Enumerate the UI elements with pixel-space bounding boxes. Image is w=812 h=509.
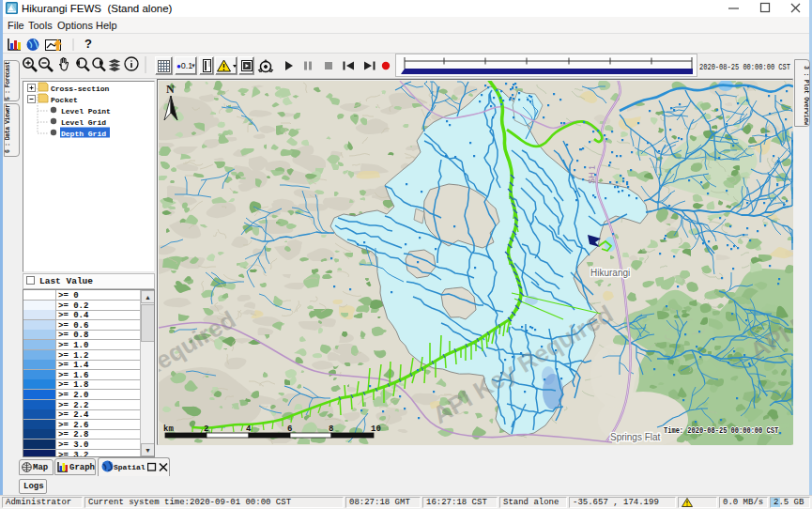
svg-text:4: 4 xyxy=(246,424,252,434)
svg-text:6: 6 xyxy=(287,424,292,434)
svg-text:N: N xyxy=(166,83,175,96)
svg-text:km: km xyxy=(163,424,174,434)
svg-text:Pocket: Pocket xyxy=(51,96,78,104)
svg-text:Level Grid: Level Grid xyxy=(61,118,106,127)
svg-text:Level Point: Level Point xyxy=(61,107,111,116)
svg-text:Cross-section: Cross-section xyxy=(51,85,110,93)
svg-text:Depth Grid: Depth Grid xyxy=(61,130,106,138)
svg-text:Time: 2020-08-25 00:00:00 CST: Time: 2020-08-25 00:00:00 CST xyxy=(664,425,778,436)
svg-text:Hikurangi: Hikurangi xyxy=(590,268,630,278)
svg-text:SH 1: SH 1 xyxy=(587,165,597,184)
svg-text:8: 8 xyxy=(329,424,333,434)
svg-text:10: 10 xyxy=(371,424,381,434)
svg-text:Springs Flat: Springs Flat xyxy=(610,432,661,442)
svg-text:2: 2 xyxy=(204,424,208,434)
